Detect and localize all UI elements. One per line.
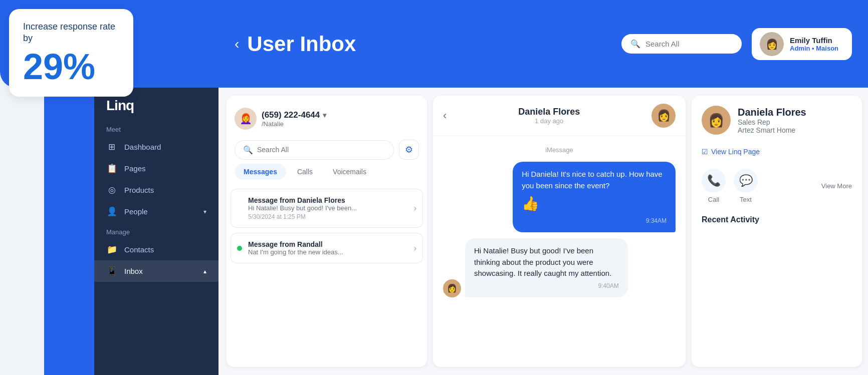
contact-panel: 👩 Daniela Flores Sales Rep Artez Smart H… [692,96,862,367]
sidebar-item-label: Contacts [124,245,154,254]
people-icon: 👤 [106,206,117,217]
recent-activity-label: Recent Activity [702,215,852,224]
msg-name: Message from Randall [248,240,408,248]
inbox-phone-row: 👩‍🦰 (659) 222-4644 ▾ /Natalie [235,104,419,136]
sidebar-item-label: Products [124,186,154,194]
contact-company: Artez Smart Home [738,126,806,134]
main-content: ‹ User Inbox 🔍 👩 Emily Tuffin Admin • Ma… [219,0,868,375]
msg-content: Message from Randall Nat I'm going for t… [248,240,408,256]
inbox-search-input[interactable] [257,146,385,154]
promo-card: Increase response rate by 29% [9,9,133,97]
msg-preview: Nat I'm going for the new ideas... [248,248,408,256]
inbox-search-input-wrapper[interactable]: 🔍 [235,140,394,160]
user-role: Admin • Maison [790,45,838,52]
phone-number: (659) 222-4644 ▾ [262,110,326,120]
message-list: Message from Daniela Flores Hi Natalie! … [227,189,427,367]
page-title: User Inbox [247,32,356,56]
sidebar-manage-label: Manage [94,222,219,239]
user-info: Emily Tuffin Admin • Maison [790,36,838,52]
phone-icon: 📞 [702,169,726,193]
message-item[interactable]: Message from Daniela Flores Hi Natalie! … [231,189,423,228]
chevron-down-icon: ▾ [203,208,206,215]
sidebar-item-people[interactable]: 👤 People ▾ [94,201,219,222]
left-accent [44,88,94,375]
contact-role: Sales Rep [738,118,806,126]
tab-messages[interactable]: Messages [235,164,286,180]
linq-icon: ☑ [702,148,708,156]
msg-preview: Hi Natalie! Busy but good! I've been... [248,204,408,212]
header-right: 🔍 👩 Emily Tuffin Admin • Maison [621,28,852,60]
view-linq-page-link[interactable]: ☑ View Linq Page [702,148,852,156]
search-icon: 🔍 [243,145,253,155]
view-more-link[interactable]: View More [821,182,852,190]
msg-content: Message from Daniela Flores Hi Natalie! … [248,196,408,220]
call-button[interactable]: 📞 Call [702,169,726,203]
chat-user-time: 1 day ago [518,117,580,125]
contact-header-row: 👩 Daniela Flores Sales Rep Artez Smart H… [702,106,852,135]
panels: 👩‍🦰 (659) 222-4644 ▾ /Natalie 🔍 [219,88,868,375]
inbox-avatar: 👩‍🦰 [235,108,257,130]
products-icon: ◎ [106,185,117,195]
unread-dot [237,206,242,211]
chat-avatar: 👩 [652,104,676,128]
sidebar-item-inbox[interactable]: 📱 Inbox ▴ [94,260,219,282]
message-item[interactable]: Message from Randall Nat I'm going for t… [231,233,423,263]
search-icon: 🔍 [630,39,640,49]
pages-icon: 📋 [106,163,117,174]
header-search-input[interactable] [645,40,733,48]
user-name: Emily Tuffin [790,36,838,45]
inbox-header: 👩‍🦰 (659) 222-4644 ▾ /Natalie 🔍 [227,96,427,189]
header: ‹ User Inbox 🔍 👩 Emily Tuffin Admin • Ma… [219,0,868,88]
sidebar-item-label: Pages [124,164,146,173]
sidebar-item-label: Inbox [124,267,143,275]
tab-voicemails[interactable]: Voicemails [324,164,375,180]
message-time: 9:40AM [474,281,619,290]
promo-percent: 29% [23,49,119,85]
chat-header: ‹ Daniela Flores 1 day ago 👩 [433,96,686,136]
contacts-icon: 📁 [106,244,117,255]
chevron-up-icon: ▴ [203,268,206,275]
sidebar-item-contacts[interactable]: 📁 Contacts [94,239,219,260]
user-profile-header: 👩 Emily Tuffin Admin • Maison [752,28,852,60]
text-button[interactable]: 💬 Text [734,169,758,203]
chat-back-button[interactable]: ‹ [443,109,447,122]
sidebar-item-products[interactable]: ◎ Products [94,179,219,201]
phone-sub: /Natalie [262,120,326,128]
chat-messages: iMessage Hi Daniela! It's nice to catch … [433,136,686,367]
chat-source-label: iMessage [443,146,676,154]
chat-bubble: Hi Daniela! It's nice to catch up. How h… [513,162,676,232]
promo-subtitle: Increase response rate by [23,21,119,45]
chat-message-outgoing: Hi Daniela! It's nice to catch up. How h… [443,162,676,232]
message-time: 9:34AM [522,216,667,225]
chevron-down-icon[interactable]: ▾ [323,111,326,119]
msg-date: 5/30/2024 at 1:25 PM [248,213,408,220]
tab-calls[interactable]: Calls [288,164,322,180]
call-label: Call [708,196,719,203]
filter-button[interactable]: ⚙ [399,140,419,160]
inbox-panel: 👩‍🦰 (659) 222-4644 ▾ /Natalie 🔍 [227,96,427,367]
sidebar-item-label: People [124,207,148,216]
sidebar-item-dashboard[interactable]: ⊞ Dashboard [94,136,219,158]
avatar: 👩 [760,32,784,56]
chat-user-name: Daniela Flores [518,107,580,117]
dashboard-icon: ⊞ [106,142,117,152]
contact-name: Daniela Flores [738,107,806,118]
inbox-icon: 📱 [106,266,117,276]
contact-actions-row: 📞 Call 💬 Text View More [702,161,852,211]
contact-avatar: 👩 [702,106,731,135]
sidebar: Linq Meet ⊞ Dashboard 📋 Pages ◎ Products… [94,88,219,375]
chat-user-info: Daniela Flores 1 day ago [518,107,580,125]
inbox-search: 🔍 ⚙ [235,140,419,160]
header-search-bar[interactable]: 🔍 [621,34,742,54]
chat-message-incoming: 👩 Hi Natalie! Busy but good! I've been t… [443,238,676,297]
back-button[interactable]: ‹ [235,36,239,52]
chevron-right-icon: › [414,244,416,253]
text-label: Text [740,196,752,203]
msg-name: Message from Daniela Flores [248,196,408,204]
inbox-phone-info: (659) 222-4644 ▾ /Natalie [262,110,326,128]
contact-details: Daniela Flores Sales Rep Artez Smart Hom… [738,107,806,134]
chat-bubble: Hi Natalie! Busy but good! I've been thi… [465,238,628,297]
chat-panel: ‹ Daniela Flores 1 day ago 👩 iMessage Hi… [433,96,686,367]
sidebar-item-pages[interactable]: 📋 Pages [94,158,219,179]
sidebar-item-label: Dashboard [124,143,161,151]
